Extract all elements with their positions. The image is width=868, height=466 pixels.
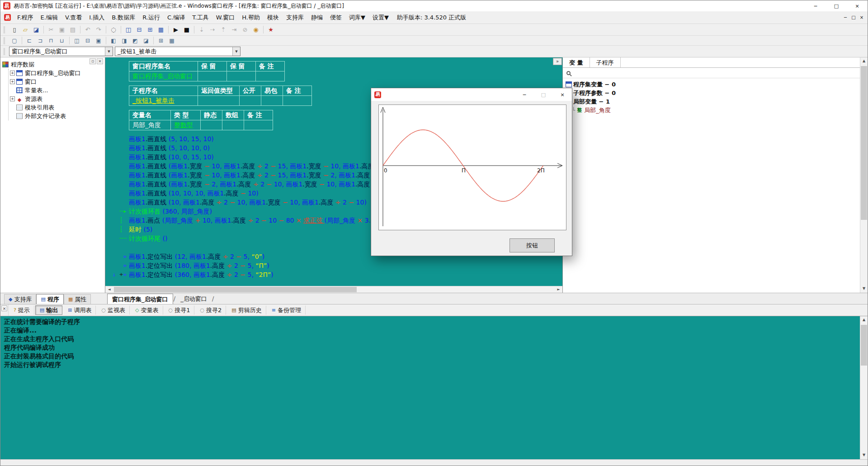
minimize-button[interactable]: ─ — [805, 0, 826, 11]
same-width-icon[interactable]: ◫ — [71, 36, 82, 45]
center-vertical-icon[interactable]: ◨ — [119, 36, 130, 45]
editor-horizontal-scrollbar[interactable]: ◄ ► — [105, 286, 562, 293]
tab-properties[interactable]: ▦属性 — [64, 294, 91, 304]
panel-pin-button[interactable]: ▫ — [90, 58, 96, 64]
table-cell[interactable] — [201, 120, 222, 130]
table-cell[interactable] — [283, 96, 312, 106]
table-cell[interactable] — [198, 71, 227, 81]
scroll-up-icon[interactable]: ▲ — [860, 57, 868, 65]
file-tab-window-assembly[interactable]: 窗口程序集_启动窗口 — [107, 294, 173, 304]
tab-call-table[interactable]: ⊞调用表 — [63, 305, 96, 315]
run-to-cursor-icon[interactable]: ⇥ — [229, 25, 240, 34]
menu-item-13[interactable]: 便签 — [326, 12, 345, 23]
scroll-down-icon[interactable]: ▼ — [860, 285, 868, 293]
copy-icon[interactable]: ▣ — [57, 25, 67, 34]
step-out-icon[interactable]: ⇡ — [218, 25, 229, 34]
code-line[interactable]: »画板1.定位写出 (180, 画板1.高度 ÷ 2 − 5, “Π”) — [105, 261, 562, 270]
tab-support-library[interactable]: ◆支持库 — [4, 294, 36, 304]
toolbar-grip[interactable] — [4, 26, 6, 33]
menu-item-1[interactable]: E.编辑 — [37, 12, 61, 23]
menu-item-9[interactable]: H.帮助 — [238, 12, 264, 23]
mdi-restore-button[interactable]: □ — [849, 14, 858, 22]
window-vertical-split-icon[interactable]: ◫ — [123, 25, 134, 34]
menu-item-6[interactable]: C.编译 — [164, 12, 189, 23]
popup-close-button[interactable]: × — [553, 88, 572, 101]
tree-item-windows[interactable]: +窗口 — [10, 77, 104, 86]
popup-minimize-button[interactable]: ─ — [515, 88, 534, 101]
tree-item-resource-table[interactable]: +资源表 — [10, 95, 104, 103]
menu-item-2[interactable]: V.查看 — [61, 12, 85, 23]
popup-maximize-button[interactable]: □ — [534, 88, 553, 101]
table-cell[interactable] — [227, 71, 256, 81]
table-cell[interactable] — [198, 96, 240, 106]
var-tree-local-angle[interactable]: └整局部_角度 — [566, 106, 860, 114]
step-into-icon[interactable]: ⇣ — [196, 25, 207, 34]
table-cell[interactable] — [244, 120, 273, 130]
new-file-icon[interactable]: ▯ — [9, 25, 20, 34]
selection-frame-icon[interactable]: ▢ — [9, 36, 20, 45]
tree-item-window-assembly[interactable]: +窗口程序集_启动窗口 — [10, 69, 104, 77]
menu-item-3[interactable]: I.插入 — [85, 12, 108, 23]
table-cell[interactable]: 局部_角度 — [129, 120, 171, 130]
tab-watch-table[interactable]: ◌监视表 — [97, 305, 130, 315]
scrollbar-track[interactable] — [860, 65, 868, 285]
menu-item-0[interactable]: F.程序 — [14, 12, 37, 23]
same-size-icon[interactable]: ▣ — [93, 36, 104, 45]
tab-program[interactable]: ▤程序 — [36, 294, 63, 304]
output-close-button[interactable]: × — [1, 305, 7, 311]
toolbar-grip[interactable] — [4, 37, 6, 44]
menu-item-5[interactable]: R.运行 — [139, 12, 164, 23]
menu-item-11[interactable]: 支持库 — [283, 12, 307, 23]
space-vertical-icon[interactable]: ◪ — [141, 36, 151, 45]
menu-item-7[interactable]: T.工具 — [189, 12, 212, 23]
sine-demo-window[interactable]: 易 ─ □ × 0 Π 2Π 按钮 — [371, 88, 572, 256]
menu-item-4[interactable]: B.数据库 — [108, 12, 139, 23]
table-cell[interactable]: 窗口程序集_启动窗口 — [129, 71, 198, 81]
menu-item-12[interactable]: 静编 — [307, 12, 326, 23]
output-scrollbar[interactable]: ▲ ▼ — [860, 316, 868, 459]
pause-hand-icon[interactable]: ◉ — [250, 25, 261, 34]
scrollbar-thumb[interactable] — [114, 287, 357, 292]
expander-icon[interactable]: + — [10, 79, 15, 84]
run-icon[interactable]: ▶ — [170, 25, 181, 34]
window-horizontal-split-icon[interactable]: ⊟ — [134, 25, 145, 34]
tab-variable-table[interactable]: ◇变量表 — [131, 305, 163, 315]
table-cell[interactable] — [222, 120, 244, 130]
helper-bug-icon[interactable]: ★ — [265, 25, 276, 34]
same-height-icon[interactable]: ⊟ — [82, 36, 93, 45]
align-top-icon[interactable]: ⊓ — [46, 36, 57, 45]
open-file-icon[interactable]: ▱ — [20, 25, 31, 34]
combo-dropdown-icon[interactable]: ▼ — [232, 47, 240, 56]
table-cell[interactable]: 整数型 — [171, 120, 201, 130]
tree-item-const-table[interactable]: +常量表... — [10, 86, 104, 95]
align-bottom-icon[interactable]: ⊔ — [57, 36, 67, 45]
scrollbar-thumb[interactable] — [861, 66, 867, 220]
menu-item-15[interactable]: 设置▼ — [369, 12, 392, 23]
grid-settings-icon[interactable]: ▦ — [166, 36, 177, 45]
space-horizontal-icon[interactable]: ◩ — [130, 36, 141, 45]
tab-backup-manager[interactable]: ≡备份管理 — [267, 305, 306, 315]
save-icon[interactable]: ◪ — [31, 25, 42, 34]
maximize-button[interactable]: □ — [826, 0, 847, 11]
subroutine-combo[interactable]: _按钮1_被单击 ▼ — [115, 47, 241, 56]
tree-item-external-files[interactable]: +外部文件记录表 — [10, 112, 104, 120]
window-cascade-icon[interactable]: ⊞ — [145, 25, 156, 34]
program-set-combo[interactable]: 窗口程序集_启动窗口 ▼ — [9, 47, 113, 56]
scroll-left-icon[interactable]: ◄ — [105, 286, 113, 293]
popup-titlebar[interactable]: 易 ─ □ × — [371, 88, 572, 101]
breakpoint-icon[interactable]: ⊘ — [240, 25, 250, 34]
tab-search-2[interactable]: ◌搜寻2 — [195, 305, 226, 315]
file-tab-startup-window[interactable]: _启动窗口 — [176, 294, 212, 304]
table-cell[interactable]: _按钮1_被单击 — [129, 96, 198, 106]
var-tree-local-vars[interactable]: 局部变量 − 1 — [566, 97, 860, 106]
toolbar-grip[interactable] — [4, 48, 6, 55]
tree-root-program-data[interactable]: 程序数据 — [2, 60, 104, 69]
menu-item-8[interactable]: W.窗口 — [212, 12, 239, 23]
table-cell[interactable] — [261, 96, 283, 106]
mdi-close-button[interactable]: × — [858, 14, 866, 22]
table-cell[interactable] — [240, 96, 261, 106]
align-right-icon[interactable]: ⊐ — [35, 36, 46, 45]
center-horizontal-icon[interactable]: ◧ — [108, 36, 119, 45]
tab-search-1[interactable]: ◌搜寻1 — [164, 305, 195, 315]
output-text[interactable]: 正在统计需要编译的子程序正在编译...正在生成主程序入口代码程序代码编译成功正在… — [0, 316, 860, 459]
